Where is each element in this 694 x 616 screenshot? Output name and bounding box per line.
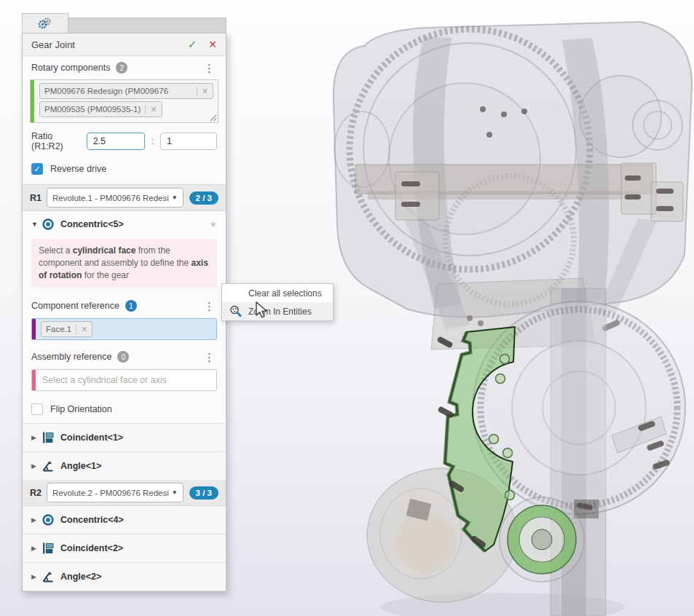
flip-orientation-checkbox[interactable]: [31, 403, 43, 415]
chip-remove-icon[interactable]: ✕: [197, 87, 208, 96]
component-reference-row: Component reference 1 ⋮: [23, 295, 226, 317]
coincident2-row[interactable]: ▶ Coincident<2>: [23, 534, 226, 562]
assembly-reference-count-badge: 0: [117, 351, 129, 363]
expand-arrow-icon[interactable]: ▶: [31, 462, 42, 470]
angle2-label: Angle<2>: [60, 572, 101, 582]
concentric-icon: [42, 218, 55, 231]
angle1-label: Angle<1>: [60, 461, 101, 471]
gear-pair-icon: [38, 17, 52, 29]
lower-gear-web: [512, 341, 646, 475]
face1-chip[interactable]: Face.1 ✕: [41, 321, 92, 337]
r1-dropdown-value: Revolute.1 - PM009676 Redesig: [52, 194, 169, 202]
chip-label: PM009535 (PM009535-1): [44, 105, 141, 114]
clear-all-selections-label: Clear all selections: [248, 288, 322, 299]
coincident-icon: [42, 542, 55, 555]
r1-bar: R1 Revolute.1 - PM009676 Redesig ▼ 2 / 3: [23, 184, 226, 211]
hint-text: Select a: [39, 245, 73, 256]
chip-remove-icon[interactable]: ✕: [76, 325, 87, 334]
r2-bar: R2 Revolute.2 - PM009676 Redesig ▼ 3 / 3: [23, 480, 226, 506]
component-reference-count-badge: 1: [125, 300, 137, 312]
concentric4-row[interactable]: ▶ Concentric<4>: [23, 506, 226, 534]
hint-text: for the gear: [82, 270, 129, 280]
zoom-in-entities-item[interactable]: Zoom In Entities: [222, 302, 333, 320]
mouse-cursor: [254, 301, 269, 319]
rotary-selection-box[interactable]: PM009676 Redesign (PM009676 ✕ PM009535 (…: [30, 79, 218, 123]
coincident1-row[interactable]: ▶ Coincident<1>: [23, 423, 226, 451]
ankle-drum-tint: [395, 512, 457, 573]
r1-revolute-dropdown[interactable]: Revolute.1 - PM009676 Redesig ▼: [47, 188, 184, 208]
rotary-components-label: Rotary components: [31, 63, 110, 73]
angle-icon: [42, 459, 55, 473]
accept-button[interactable]: ✓: [188, 38, 197, 51]
assembly-pending-bar: [32, 370, 36, 390]
rotary-active-bar: [31, 80, 34, 122]
concentric5-label: Concentric<5>: [60, 219, 124, 229]
r2-tag: R2: [30, 488, 42, 498]
rotary-chip[interactable]: PM009676 Redesign (PM009676 ✕: [39, 83, 213, 99]
rotary-components-row: Rotary components 2 ⋮: [23, 56, 226, 79]
coincident2-label: Coincident<2>: [60, 543, 123, 553]
ratio-row: Ratio (R1:R2) :: [23, 130, 226, 152]
zoom-in-entities-icon: [229, 305, 242, 317]
component-active-bar: [32, 319, 36, 339]
assembly-reference-label: Assembly reference: [31, 352, 111, 362]
resize-handle[interactable]: [209, 114, 217, 122]
left-bracket-plate: [395, 172, 439, 220]
favorite-star-icon[interactable]: ★: [209, 219, 217, 229]
hint-bold: cylindrical face: [73, 245, 136, 256]
r2-dropdown-value: Revolute.2 - PM009676 Redesig: [52, 489, 169, 497]
dialog-tabbar: [22, 13, 226, 33]
coincident-icon: [42, 431, 55, 444]
expand-arrow-icon[interactable]: ▶: [31, 434, 42, 441]
expand-arrow-icon[interactable]: ▶: [31, 545, 42, 552]
concentric-hint-box: Select a cylindrical face from the compo…: [31, 239, 217, 288]
r1-tag: R1: [30, 193, 42, 203]
concentric4-label: Concentric<4>: [60, 515, 124, 525]
assembly-reference-menu-icon[interactable]: ⋮: [202, 350, 217, 364]
reverse-drive-checkbox[interactable]: ✓: [31, 163, 43, 175]
component-reference-menu-icon[interactable]: ⋮: [202, 299, 217, 313]
clear-all-selections-item[interactable]: Clear all selections: [222, 284, 333, 302]
chip-label: Face.1: [46, 325, 71, 333]
reverse-drive-label: Reverse drive: [50, 164, 106, 174]
coincident1-label: Coincident<1>: [60, 433, 123, 443]
angle1-row[interactable]: ▶ Angle<1>: [23, 451, 226, 480]
tabstrip-filler: [68, 17, 226, 33]
concentric-icon: [42, 513, 55, 526]
right-bracket-plate-2: [651, 182, 683, 221]
rotary-count-badge: 2: [116, 62, 127, 74]
reverse-drive-row: ✓ Reverse drive: [23, 161, 226, 177]
ratio-colon: :: [151, 136, 154, 146]
concentric5-header[interactable]: ▼ Concentric<5> ★: [23, 211, 226, 237]
angle2-row[interactable]: ▶ Angle<2>: [23, 562, 226, 591]
ratio-label: Ratio (R1:R2): [31, 131, 87, 151]
dialog-title: Gear Joint: [31, 39, 75, 50]
rotary-overflow-menu-icon[interactable]: ⋮: [202, 61, 217, 75]
component-reference-field[interactable]: Face.1 ✕: [31, 318, 217, 340]
chip-label: PM009676 Redesign (PM009676: [44, 87, 168, 95]
chevron-down-icon: ▼: [172, 489, 178, 496]
ratio-r2-input[interactable]: [160, 133, 217, 150]
angle-icon: [42, 570, 55, 583]
flip-orientation-label: Flip Orientation: [50, 404, 112, 414]
assembly-reference-field[interactable]: [31, 369, 217, 391]
checkmark-icon: ✓: [33, 165, 40, 174]
assembly-reference-row: Assembly reference 0 ⋮: [23, 346, 226, 368]
selection-context-menu: Clear all selections Zoom In Entities: [221, 283, 334, 321]
expand-arrow-icon[interactable]: ▶: [31, 573, 42, 580]
menu-icon-cell: [222, 305, 248, 317]
dialog-titlebar: Gear Joint ✓ ✕: [23, 33, 226, 56]
chip-remove-icon[interactable]: ✕: [145, 105, 157, 114]
close-button[interactable]: ✕: [208, 39, 217, 50]
r2-revolute-dropdown[interactable]: Revolute.2 - PM009676 Redesig ▼: [47, 483, 184, 502]
ratio-r1-input[interactable]: [87, 133, 145, 150]
hub-center: [532, 529, 552, 550]
assembly-reference-input[interactable]: [41, 374, 216, 386]
r2-progress-badge: 3 / 3: [189, 486, 218, 499]
gear-joint-tab[interactable]: [22, 13, 68, 33]
gear-joint-dialog: Gear Joint ✓ ✕ Rotary components 2 ⋮ PM0…: [22, 13, 226, 592]
rotary-chip[interactable]: PM009535 (PM009535-1) ✕: [39, 101, 162, 117]
expand-arrow-icon[interactable]: ▶: [31, 516, 42, 524]
collapse-arrow-icon[interactable]: ▼: [31, 221, 42, 228]
chevron-down-icon: ▼: [172, 194, 178, 201]
